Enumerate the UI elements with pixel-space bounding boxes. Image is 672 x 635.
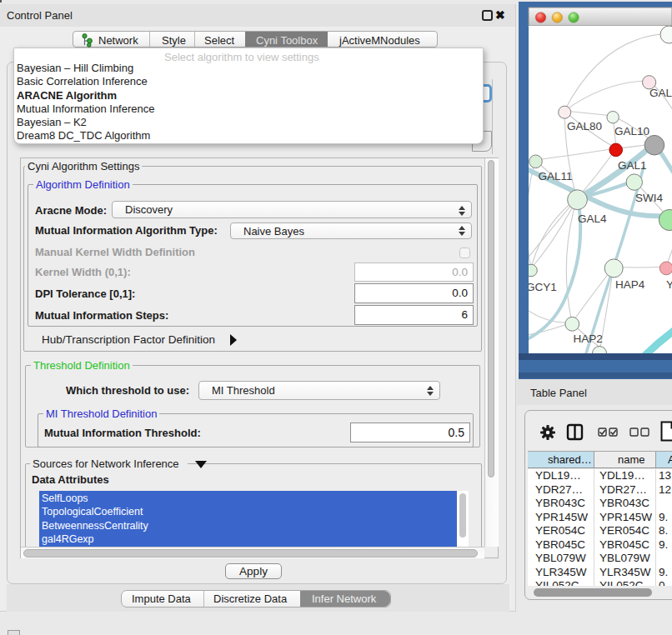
svg-text:GAL2: GAL2: [649, 87, 672, 99]
svg-text:HAP4: HAP4: [615, 278, 645, 291]
svg-text:HAP2: HAP2: [574, 332, 603, 345]
svg-text:GAL4: GAL4: [578, 212, 607, 225]
svg-text:GAL1: GAL1: [618, 159, 647, 172]
svg-text:GCY1: GCY1: [526, 281, 557, 293]
svg-text:GAL10: GAL10: [614, 125, 649, 138]
svg-text:SWI4: SWI4: [635, 192, 663, 204]
svg-text:Y: Y: [666, 278, 672, 291]
svg-text:GAL11: GAL11: [539, 170, 573, 182]
svg-text:GAL80: GAL80: [567, 120, 602, 132]
